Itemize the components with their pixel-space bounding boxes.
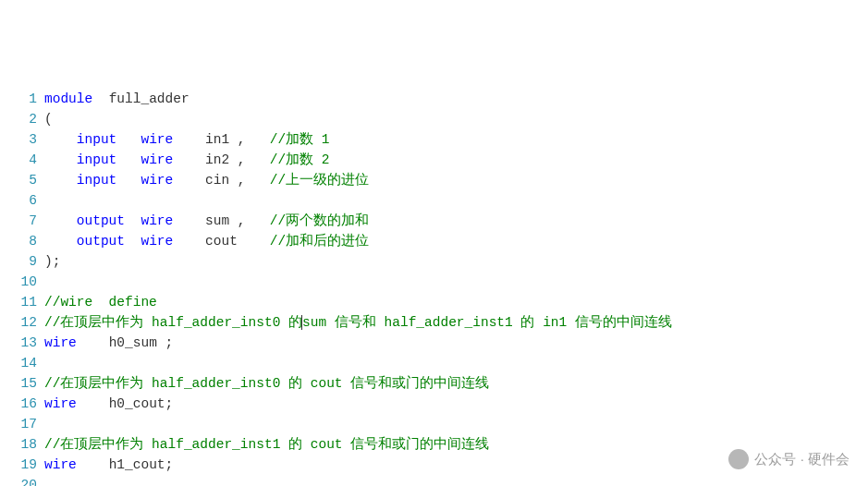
- code-content: wire h0_sum ;: [44, 333, 861, 353]
- token-kw: input: [77, 152, 117, 167]
- token-kw: module: [44, 91, 92, 106]
- token-ident: full_adder: [109, 91, 189, 106]
- code-content: input wire in2 , //加数 2: [44, 150, 861, 170]
- token-ident: h1_cout: [109, 457, 165, 472]
- token-cmt: //上一级的进位: [270, 173, 369, 188]
- token-ws: [77, 396, 109, 411]
- token-ident: cout: [205, 234, 238, 249]
- token-kw: output: [77, 213, 125, 228]
- token-type: wire: [44, 396, 77, 411]
- token-ws: [44, 132, 77, 147]
- code-content: //在顶层中作为 half_adder_inst1 的 cout 信号和或门的中…: [44, 434, 861, 455]
- token-ws: [125, 213, 141, 228]
- token-type: wire: [141, 234, 173, 249]
- token-ws: [77, 457, 109, 472]
- line-number: 9: [7, 251, 44, 272]
- code-line: 13wire h0_sum ;: [7, 333, 861, 353]
- code-line: 3 input wire in1 , //加数 1: [7, 129, 861, 150]
- token-ws: [116, 173, 141, 188]
- token-ident: in2: [205, 152, 229, 167]
- token-ws: [44, 213, 77, 228]
- line-number: 4: [7, 150, 44, 170]
- line-number: 8: [7, 231, 44, 251]
- code-line: 8 output wire cout //加和后的进位: [7, 231, 861, 251]
- token-punc: );: [44, 254, 60, 269]
- token-ws: [116, 132, 141, 147]
- token-cmt: //两个数的加和: [270, 213, 369, 228]
- token-ws: [125, 234, 141, 249]
- token-ws: [173, 152, 205, 167]
- code-line: 14: [7, 353, 861, 373]
- token-punc: (: [44, 112, 53, 127]
- code-line: 20: [7, 475, 861, 486]
- token-ws: [77, 335, 109, 350]
- token-type: wire: [44, 335, 77, 350]
- token-ws: [173, 234, 205, 249]
- token-type: wire: [141, 132, 173, 147]
- code-content: //在顶层中作为 half_adder_inst0 的sum 信号和 half_…: [44, 312, 861, 333]
- code-content: [44, 414, 861, 434]
- token-ws: [44, 152, 77, 167]
- line-number: 20: [7, 475, 44, 486]
- token-ws: [116, 152, 141, 167]
- token-ws: [173, 213, 205, 228]
- token-cmt: sum 信号和 half_adder_inst1 的 in1 信号的中间连线: [302, 315, 672, 330]
- token-ws: [238, 234, 270, 249]
- code-line: 7 output wire sum , //两个数的加和: [7, 211, 861, 231]
- code-content: //wire define: [44, 292, 861, 312]
- line-number: 3: [7, 129, 44, 150]
- code-content: //在顶层中作为 half_adder_inst0 的 cout 信号和或门的中…: [44, 373, 861, 394]
- line-number: 19: [7, 455, 44, 475]
- token-cmt: //wire define: [44, 295, 157, 310]
- code-content: module full_adder: [44, 89, 861, 109]
- token-kw: output: [77, 234, 125, 249]
- code-line: 11//wire define: [7, 292, 861, 312]
- code-line: 15//在顶层中作为 half_adder_inst0 的 cout 信号和或门…: [7, 373, 861, 394]
- line-number: 13: [7, 333, 44, 353]
- code-content: [44, 190, 861, 211]
- token-cmt: //加数 1: [270, 132, 330, 147]
- line-number: 12: [7, 312, 44, 333]
- token-cmt: //在顶层中作为 half_adder_inst0 的: [44, 315, 302, 330]
- token-ident: cin: [205, 173, 229, 188]
- code-line: 9);: [7, 251, 861, 272]
- code-line: 5 input wire cin , //上一级的进位: [7, 170, 861, 190]
- code-content: [44, 475, 861, 486]
- code-content: wire h0_cout;: [44, 394, 861, 414]
- code-line: 19wire h1_cout;: [7, 455, 861, 475]
- code-content: [44, 353, 861, 373]
- code-content: [44, 272, 861, 292]
- line-number: 17: [7, 414, 44, 434]
- code-line: 10: [7, 272, 861, 292]
- token-kw: input: [77, 132, 117, 147]
- line-number: 5: [7, 170, 44, 190]
- token-ws: ,: [229, 152, 270, 167]
- line-number: 15: [7, 373, 44, 394]
- code-line: 17: [7, 414, 861, 434]
- token-punc: ;: [165, 457, 174, 472]
- line-number: 14: [7, 353, 44, 373]
- token-cmt: //在顶层中作为 half_adder_inst0 的 cout 信号和或门的中…: [44, 376, 489, 391]
- token-ws: [173, 173, 205, 188]
- token-ws: [44, 234, 77, 249]
- code-listing: 1module full_adder2(3 input wire in1 , /…: [7, 89, 861, 486]
- token-ident: h0_cout: [109, 396, 165, 411]
- token-type: wire: [44, 457, 77, 472]
- code-line: 18//在顶层中作为 half_adder_inst1 的 cout 信号和或门…: [7, 434, 861, 455]
- code-content: input wire cin , //上一级的进位: [44, 170, 861, 190]
- code-line: 16wire h0_cout;: [7, 394, 861, 414]
- token-ws: ,: [229, 213, 270, 228]
- code-line: 2(: [7, 109, 861, 129]
- line-number: 2: [7, 109, 44, 129]
- code-content: input wire in1 , //加数 1: [44, 129, 861, 150]
- token-kw: input: [77, 173, 117, 188]
- token-ws: ,: [229, 173, 270, 188]
- code-line: 1module full_adder: [7, 89, 861, 109]
- token-ws: [92, 91, 108, 106]
- token-ws: ,: [229, 132, 270, 147]
- line-number: 11: [7, 292, 44, 312]
- code-content: output wire sum , //两个数的加和: [44, 211, 861, 231]
- token-ws: [44, 173, 77, 188]
- code-line: 4 input wire in2 , //加数 2: [7, 150, 861, 170]
- code-content: );: [44, 251, 861, 272]
